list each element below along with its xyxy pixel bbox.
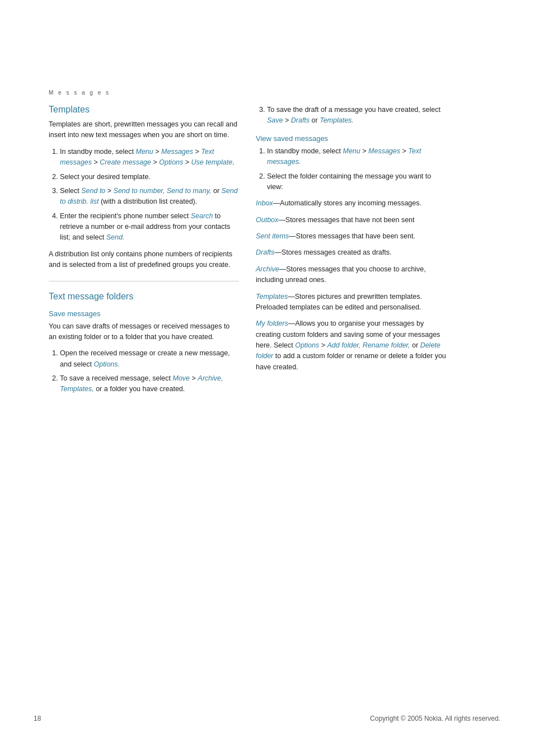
view-step-1: In standby mode, select Menu > Messages … xyxy=(267,146,446,168)
right-col-steps: To save the draft of a message you have … xyxy=(267,105,446,126)
folder-drafts-name: Drafts xyxy=(256,248,274,256)
step1-use-template: Use template xyxy=(191,158,233,166)
text-message-folders-title: Text message folders xyxy=(49,292,239,302)
view-step1-menu: Menu xyxy=(343,147,360,155)
right-step-3: To save the draft of a message you have … xyxy=(267,105,446,126)
copyright: Copyright © 2005 Nokia. All rights reser… xyxy=(370,715,500,722)
two-column-layout: Templates Templates are short, prewritte… xyxy=(49,105,485,401)
templates-step-4: Enter the recipient's phone number selec… xyxy=(60,211,239,243)
save-step-1: Open the received message or create a ne… xyxy=(60,348,239,370)
save-step-2: To save a received message, select Move … xyxy=(60,373,239,395)
view-step-2: Select the folder containing the message… xyxy=(267,171,446,193)
step3-text: Select Send to > Send to number, Send to… xyxy=(60,187,238,205)
folder-inbox-name: Inbox xyxy=(256,199,273,207)
step1-text: In standby mode, select Menu > Messages … xyxy=(60,148,235,166)
folder-templates: Templates—Stores pictures and prewritten… xyxy=(256,292,446,313)
right-step3-drafts: Drafts xyxy=(291,116,310,124)
save-messages-intro: You can save drafts of messages or recei… xyxy=(49,321,239,343)
view-step1-messages: Messages xyxy=(368,147,400,155)
folder-outbox: Outbox—Stores messages that have not bee… xyxy=(256,215,446,226)
folder-my-folders: My folders—Allows you to organise your m… xyxy=(256,318,446,373)
view-saved-steps: In standby mode, select Menu > Messages … xyxy=(267,146,446,193)
distribution-note: A distribution list only contains phone … xyxy=(49,249,239,271)
step4-send: Send. xyxy=(106,233,125,241)
templates-step-3: Select Send to > Send to number, Send to… xyxy=(60,186,239,208)
save-step2-archive: Archive, xyxy=(198,374,223,382)
step1-messages: Messages xyxy=(161,148,193,156)
folder-my-folders-rename: Rename folder, xyxy=(363,341,410,349)
templates-intro: Templates are short, prewritten messages… xyxy=(49,119,239,141)
templates-steps: In standby mode, select Menu > Messages … xyxy=(60,147,239,243)
left-column: Templates Templates are short, prewritte… xyxy=(49,105,239,401)
folder-sent-items: Sent items—Stores messages that have bee… xyxy=(256,231,446,242)
folder-inbox: Inbox—Automatically stores any incoming … xyxy=(256,198,446,209)
section-header: M e s s a g e s xyxy=(49,90,485,96)
step4-text: Enter the recipient's phone number selec… xyxy=(60,212,230,242)
templates-step-1: In standby mode, select Menu > Messages … xyxy=(60,147,239,168)
step3-send-to: Send to xyxy=(81,187,105,195)
content-area: M e s s a g e s Templates Templates are … xyxy=(15,0,519,434)
folder-my-folders-name: My folders xyxy=(256,320,288,327)
save-step2-text: To save a received message, select Move … xyxy=(60,374,223,393)
page-number: 18 xyxy=(34,715,41,722)
save-step2-move: Move xyxy=(173,374,190,382)
step2-text: Select your desired template. xyxy=(60,173,151,181)
save-step1-options: Options. xyxy=(93,360,120,368)
right-column: To save the draft of a message you have … xyxy=(256,105,446,401)
footer: 18 Copyright © 2005 Nokia. All rights re… xyxy=(34,715,500,722)
right-step3-text: To save the draft of a message you have … xyxy=(267,106,441,124)
step3-send-to-many: Send to many, xyxy=(167,187,212,195)
folder-archive: Archive—Stores messages that you choose … xyxy=(256,264,446,286)
templates-step-2: Select your desired template. xyxy=(60,172,239,182)
folder-templates-name: Templates xyxy=(256,293,288,300)
folder-drafts: Drafts—Stores messages created as drafts… xyxy=(256,247,446,258)
view-step1-text: In standby mode, select Menu > Messages … xyxy=(267,147,421,166)
folder-outbox-name: Outbox xyxy=(256,216,278,224)
step3-send-to-number: Send to number, xyxy=(114,187,165,195)
step1-create-message: Create message xyxy=(100,158,151,166)
step4-search: Search xyxy=(191,212,213,220)
right-step3-save: Save xyxy=(267,116,283,124)
folder-sent-items-name: Sent items xyxy=(256,232,289,240)
view-step2-text: Select the folder containing the message… xyxy=(267,172,431,191)
save-step2-templates: Templates, xyxy=(60,385,94,393)
section-divider xyxy=(49,281,239,281)
folder-list: Inbox—Automatically stores any incoming … xyxy=(256,198,446,373)
save-messages-title: Save messages xyxy=(49,309,239,318)
folder-my-folders-options: Options xyxy=(295,341,319,349)
step1-options: Options xyxy=(159,158,183,166)
templates-title: Templates xyxy=(49,105,239,115)
folder-my-folders-add: Add folder, xyxy=(327,341,361,349)
step1-menu: Menu xyxy=(136,148,153,156)
save-step1-text: Open the received message or create a ne… xyxy=(60,349,230,368)
folder-archive-name: Archive xyxy=(256,265,279,273)
right-step3-templates: Templates. xyxy=(320,116,354,124)
page: M e s s a g e s Templates Templates are … xyxy=(0,0,534,756)
save-messages-steps: Open the received message or create a ne… xyxy=(60,348,239,395)
view-saved-messages-title: View saved messages xyxy=(256,134,446,143)
